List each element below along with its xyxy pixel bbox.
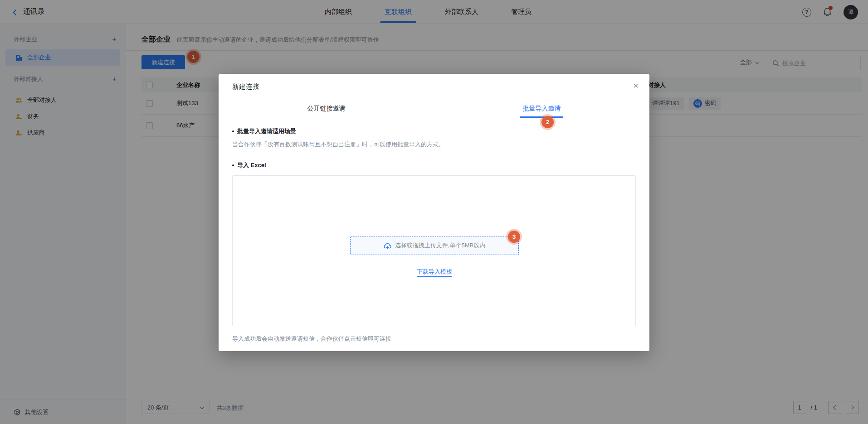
new-connection-modal: 新建连接 × 公开链接邀请 批量导入邀请 2 批量导入邀请适用场景 当合作伙伴「… [219,74,649,351]
close-icon[interactable]: × [633,81,639,90]
app-root: 通讯录 内部组织 互联组织 外部联系人 管理员 ? 谭 外部企业 + 全部企业 [0,0,868,424]
section-import-title: 导入 Excel [232,161,636,169]
import-excel-panel: 选择或拖拽上传文件,单个5MB以内 3 下载导入模板 [232,175,636,326]
section-title-text: 导入 Excel [237,161,266,169]
section-title-text: 批量导入邀请适用场景 [237,127,296,135]
upload-cloud-icon [384,242,391,249]
modal-body: 批量导入邀请适用场景 当合作伙伴「没有百数测试账号且不想自己注册」时，可以使用批… [219,117,649,326]
modal-header: 新建连接 × [219,74,649,100]
modal-note: 导入成功后会自动发送邀请短信，合作伙伴点击短信即可连接 [232,335,391,343]
download-template-link[interactable]: 下载导入模板 [417,268,452,277]
download-template-row: 下载导入模板 [233,268,636,276]
section-scenario-title: 批量导入邀请适用场景 [232,127,636,135]
tab-public-link-invite[interactable]: 公开链接邀请 [219,100,434,117]
bullet-dot [232,130,234,132]
modal-title: 新建连接 [232,82,259,91]
upload-dropzone[interactable]: 选择或拖拽上传文件,单个5MB以内 [350,236,519,255]
step-badge-3: 3 [508,231,520,243]
modal-tabs: 公开链接邀请 批量导入邀请 [219,100,649,117]
upload-text: 选择或拖拽上传文件,单个5MB以内 [395,241,485,250]
tab-batch-import-invite[interactable]: 批量导入邀请 [434,100,649,117]
bullet-dot [232,164,234,166]
section-scenario-desc: 当合作伙伴「没有百数测试账号且不想自己注册」时，可以使用批量导入的方式。 [232,140,636,149]
